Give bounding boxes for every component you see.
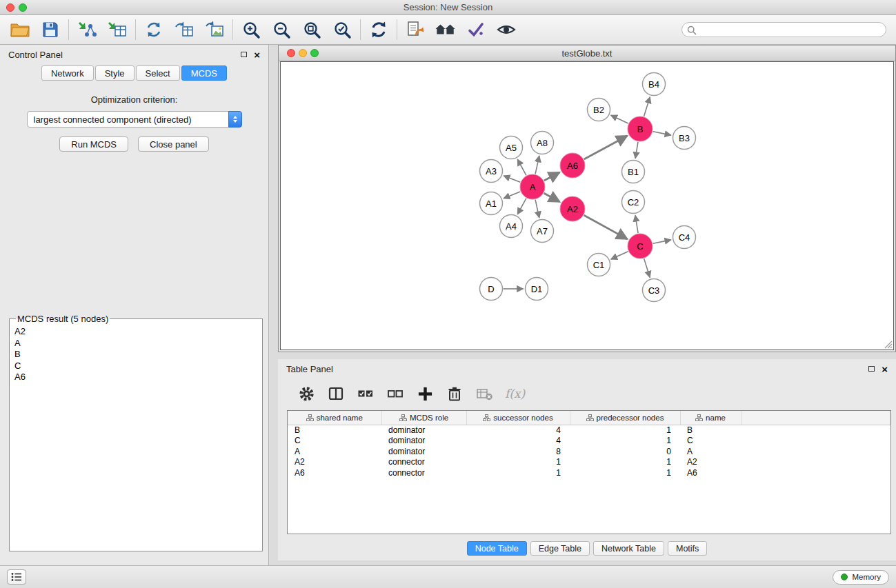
table-row[interactable]: Cdominator41C xyxy=(288,436,890,447)
export-image-icon[interactable] xyxy=(204,19,225,40)
tab-network[interactable]: Network xyxy=(41,65,94,81)
graph-edge-B-B3[interactable] xyxy=(653,132,671,135)
table-cell: connector xyxy=(381,467,466,478)
graph-edge-A-A7[interactable] xyxy=(535,200,539,218)
zoom-fit-icon[interactable] xyxy=(301,19,322,40)
table-cell: A2 xyxy=(680,457,741,468)
mcds-result-item: A2 xyxy=(14,326,257,338)
table-panel: Table Panel × xyxy=(278,359,896,560)
graph-node-label: B4 xyxy=(648,79,659,90)
close-table-panel-icon[interactable]: × xyxy=(882,364,888,374)
network-zoom-button[interactable] xyxy=(310,49,319,57)
zoom-out-icon[interactable] xyxy=(271,19,292,40)
optimization-criterion-select[interactable]: largest connected component (directed) xyxy=(27,111,242,128)
table-settings-gear-icon[interactable] xyxy=(297,385,315,403)
show-hide-icon[interactable] xyxy=(496,19,517,40)
graph-edge-A-A1[interactable] xyxy=(504,192,520,199)
graph-edge-A2-C[interactable] xyxy=(584,215,628,239)
apply-style-icon[interactable] xyxy=(466,19,486,40)
table-row[interactable]: A2connector11A2 xyxy=(288,457,890,468)
node-table-head: shared nameMCDS rolesuccessor nodesprede… xyxy=(288,411,890,425)
graph-edge-A-A8[interactable] xyxy=(535,156,539,174)
tab-motifs[interactable]: Motifs xyxy=(668,541,707,556)
tab-mcds[interactable]: MCDS xyxy=(181,65,227,81)
graph-edge-A6-B[interactable] xyxy=(584,136,628,159)
toolbar-separator xyxy=(360,19,361,40)
close-window-button[interactable] xyxy=(6,3,14,12)
graph-node-label: A2 xyxy=(567,204,578,214)
tab-network-table[interactable]: Network Table xyxy=(593,541,664,556)
save-session-icon[interactable] xyxy=(40,19,61,40)
graph-edge-C-C4[interactable] xyxy=(653,240,671,243)
table-row[interactable]: Adominator80A xyxy=(288,446,890,457)
graph-edge-C-C3[interactable] xyxy=(644,258,650,277)
float-panel-icon[interactable] xyxy=(241,52,247,57)
table-cell: dominator xyxy=(381,436,466,447)
application-window: Session: New Session xyxy=(0,0,896,588)
show-panels-button[interactable] xyxy=(7,569,26,585)
column-header-successor-nodes[interactable]: successor nodes xyxy=(466,411,570,425)
toolbar-separator xyxy=(68,19,69,40)
import-table-from-file-icon[interactable] xyxy=(107,19,128,40)
network-close-button[interactable] xyxy=(287,49,295,57)
manual-layout-icon[interactable] xyxy=(405,19,426,40)
create-column-icon[interactable] xyxy=(416,385,434,403)
table-cell: 8 xyxy=(466,446,570,457)
table-row[interactable]: A6connector11A6 xyxy=(288,467,890,478)
tab-node-table[interactable]: Node Table xyxy=(467,541,527,556)
list-icon xyxy=(11,572,22,582)
graph-node-label: A1 xyxy=(486,199,497,209)
optimization-criterion-label: Optimization criterion: xyxy=(0,94,268,105)
graph-edge-A-A6[interactable] xyxy=(544,172,560,181)
zoom-in-icon[interactable] xyxy=(241,19,261,40)
graph-edge-C-C1[interactable] xyxy=(611,252,628,259)
graph-edge-A-A4[interactable] xyxy=(517,199,526,214)
graph-edge-A-A2[interactable] xyxy=(544,193,560,202)
titlebar: Session: New Session xyxy=(0,0,896,15)
refresh-network-icon[interactable] xyxy=(368,19,389,40)
graph-edge-B-B1[interactable] xyxy=(635,142,638,159)
column-header-predecessor-nodes[interactable]: predecessor nodes xyxy=(570,411,680,425)
table-cell: dominator xyxy=(381,446,466,457)
float-table-panel-icon[interactable] xyxy=(868,366,875,372)
column-tree-icon xyxy=(306,414,314,421)
search-input[interactable] xyxy=(681,22,886,37)
graph-edge-B-B4[interactable] xyxy=(644,97,650,116)
control-panel-title: Control Panel xyxy=(8,50,63,60)
graph-node-label: A7 xyxy=(537,226,548,236)
column-header-name[interactable]: name xyxy=(680,411,741,425)
new-table-from-network-icon[interactable] xyxy=(174,19,195,40)
tab-edge-table[interactable]: Edge Table xyxy=(530,541,590,556)
memory-button[interactable]: Memory xyxy=(833,570,889,585)
graph-edge-B-B2[interactable] xyxy=(611,115,628,123)
column-header-MCDS-role[interactable]: MCDS role xyxy=(381,411,466,425)
delete-table-icon[interactable] xyxy=(475,385,493,403)
column-header-shared-name[interactable]: shared name xyxy=(288,411,381,425)
table-row[interactable]: Bdominator41B xyxy=(288,425,890,436)
close-panel-icon[interactable]: × xyxy=(254,50,260,60)
select-all-rows-icon[interactable] xyxy=(357,385,375,403)
open-session-icon[interactable] xyxy=(10,19,30,40)
control-panel: Control Panel × Network Style Select MCD… xyxy=(0,45,269,565)
import-network-from-file-icon[interactable] xyxy=(77,19,97,40)
tab-select[interactable]: Select xyxy=(136,65,180,81)
graph-edge-A-A5[interactable] xyxy=(517,159,526,175)
home-icon[interactable] xyxy=(435,19,456,40)
column-tree-icon xyxy=(483,414,490,421)
graph-edge-A-A3[interactable] xyxy=(504,176,520,182)
close-panel-button[interactable]: Close panel xyxy=(138,136,209,152)
deselect-all-rows-icon[interactable] xyxy=(386,385,404,403)
new-network-icon[interactable] xyxy=(143,19,164,40)
resize-grip-icon[interactable] xyxy=(884,340,893,349)
network-canvas[interactable]: B4B2BB3A5A8A6B1A3AC2A1A2A4A7C4CC1C3DD1 xyxy=(280,61,894,350)
graph-edge-C-C2[interactable] xyxy=(635,215,638,233)
delete-column-icon[interactable] xyxy=(446,385,464,403)
zoom-selected-icon[interactable] xyxy=(332,19,352,40)
tab-style[interactable]: Style xyxy=(95,65,135,81)
table-cell-filler xyxy=(741,436,890,447)
network-minimize-button[interactable] xyxy=(299,49,307,57)
show-columns-icon[interactable] xyxy=(327,385,345,403)
function-builder-icon[interactable]: f(x) xyxy=(505,387,525,401)
zoom-window-button[interactable] xyxy=(19,3,27,12)
run-mcds-button[interactable]: Run MCDS xyxy=(59,136,128,152)
